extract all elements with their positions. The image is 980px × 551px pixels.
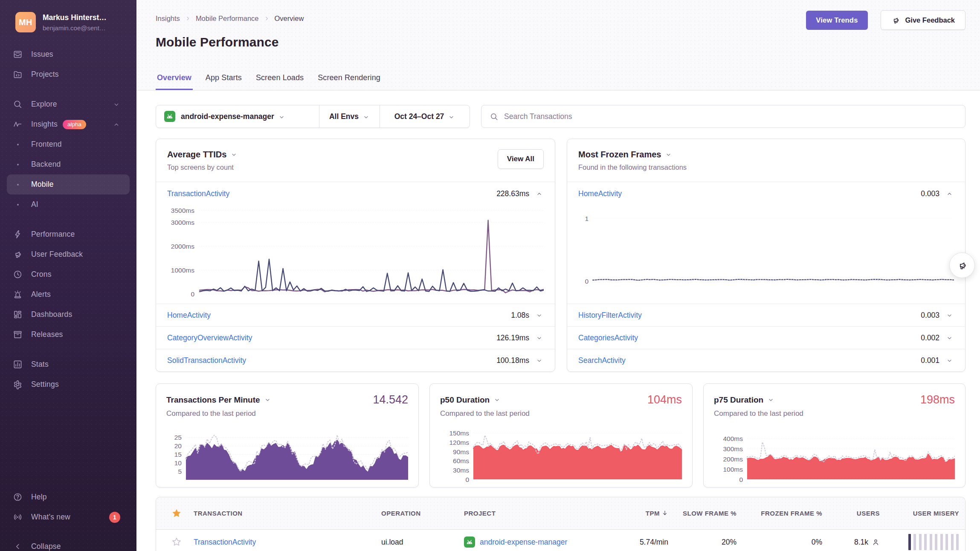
sidebar-item-insights[interactable]: Insightsalpha (7, 114, 130, 134)
accordion-row-header[interactable]: HistoryFilterActivity 0.003 (567, 304, 965, 326)
sidebar-item-mobile[interactable]: Mobile (7, 174, 130, 194)
chevron-down-icon[interactable] (536, 312, 543, 319)
transaction-link[interactable]: SolidTransactionActivity (167, 356, 246, 365)
sidebar-item-backend[interactable]: Backend (7, 154, 130, 174)
sidebar-item-performance[interactable]: Performance (7, 224, 130, 244)
chevron-down-icon[interactable] (946, 334, 953, 342)
chevron-down-icon[interactable] (230, 151, 238, 158)
accordion-row-header[interactable]: CategoriesActivity 0.002 (567, 327, 965, 349)
transaction-link[interactable]: SearchActivity (578, 356, 626, 365)
col-transaction[interactable]: TRANSACTION (188, 510, 376, 517)
sidebar-item-projects[interactable]: Projects (7, 64, 130, 84)
project-filter[interactable]: android-expense-manager (156, 105, 319, 128)
col-operation[interactable]: OPERATION (376, 510, 458, 517)
sidebar-item-explore[interactable]: Explore (7, 94, 130, 114)
sidebar-item-crons[interactable]: Crons (7, 264, 130, 284)
transaction-link[interactable]: TransactionActivity (167, 189, 229, 198)
panel-title: Most Frozen Frames (578, 150, 661, 160)
sidebar-item-whats-new[interactable]: What's new1 (7, 507, 130, 527)
ttid-row-expanded: TransactionActivity 228.63ms 01000ms2000… (156, 182, 555, 304)
user-menu[interactable]: MH Markus Hinterst… benjamin.coe@sent… (0, 0, 136, 32)
chevron-down-icon[interactable] (946, 312, 953, 319)
sidebar-item-releases[interactable]: Releases (7, 325, 130, 345)
chevron-down-icon[interactable] (767, 396, 774, 403)
col-tpm[interactable]: TPM (610, 510, 674, 517)
card-subtitle: Compared to the last period (166, 409, 408, 418)
panel-most-frozen-frames: Most Frozen Frames Found in the followin… (567, 139, 966, 372)
sidebar-item-stats[interactable]: Stats (7, 354, 130, 374)
sidebar-item-ai[interactable]: AI (7, 194, 130, 215)
chevron-down-icon[interactable] (264, 396, 271, 403)
sidebar-item-frontend[interactable]: Frontend (7, 134, 130, 154)
accordion-row-header[interactable]: CategoryOverviewActivity 126.19ms (156, 327, 555, 349)
card-title: p50 Duration (440, 395, 490, 405)
svg-text:2000ms: 2000ms (171, 243, 194, 250)
content: android-expense-manager All Envs Oct 24–… (136, 105, 980, 551)
svg-text:300ms: 300ms (723, 445, 743, 452)
accordion-row-header[interactable]: HomeActivity 0.003 (567, 182, 965, 206)
chevron-up-icon[interactable] (946, 190, 953, 197)
chevron-down-icon[interactable] (536, 357, 543, 364)
breadcrumb-mobile-performance[interactable]: Mobile Performance (196, 14, 259, 23)
transaction-link[interactable]: HistoryFilterActivity (578, 311, 642, 320)
sidebar-item-alerts[interactable]: Alerts (7, 284, 130, 304)
chevron-up-icon[interactable] (536, 190, 543, 197)
view-trends-button[interactable]: View Trends (806, 11, 867, 30)
bullet-icon (13, 204, 23, 206)
feedback-fab[interactable] (949, 252, 975, 278)
sidebar-item-collapse[interactable]: Collapse (7, 536, 130, 551)
card-p75: p75 Duration 198ms Compared to the last … (703, 383, 966, 487)
transaction-link[interactable]: CategoriesActivity (578, 334, 638, 342)
tab-screen-rendering[interactable]: Screen Rendering (316, 73, 382, 90)
chevron-down-icon[interactable] (493, 396, 501, 403)
sidebar-item-help[interactable]: Help (7, 487, 130, 507)
panel-average-ttids: Average TTIDs Top screens by count View … (156, 139, 555, 372)
breadcrumb-insights[interactable]: Insights (156, 14, 180, 23)
card-tpm: Transactions Per Minute 14.542 Compared … (156, 383, 419, 487)
chevron-down-icon (113, 101, 120, 108)
transaction-link[interactable]: HomeActivity (578, 189, 622, 198)
transaction-link[interactable]: CategoryOverviewActivity (167, 334, 252, 342)
bullet-icon (13, 184, 23, 186)
tab-app-starts[interactable]: App Starts (204, 73, 243, 90)
cell-tpm: 5.74/min (610, 538, 674, 547)
chevron-down-icon[interactable] (946, 357, 953, 364)
transaction-link[interactable]: HomeActivity (167, 311, 211, 320)
sidebar-item-settings[interactable]: Settings (7, 374, 130, 394)
search-box (481, 105, 966, 128)
sort-descending-icon (660, 510, 668, 517)
svg-text:15: 15 (174, 451, 182, 458)
accordion-row-header[interactable]: HomeActivity 1.08s (156, 304, 555, 326)
date-range-filter[interactable]: Oct 24–Oct 27 (380, 105, 470, 128)
sidebar-item-issues[interactable]: Issues (7, 44, 130, 64)
star-toggle[interactable] (156, 537, 188, 547)
accordion-row-header[interactable]: SolidTransactionActivity 100.18ms (156, 349, 555, 371)
col-users[interactable]: USERS (828, 510, 886, 517)
search-input[interactable] (504, 112, 957, 121)
tab-overview[interactable]: Overview (156, 73, 193, 90)
row-value: 228.63ms (496, 189, 529, 198)
environment-filter[interactable]: All Envs (319, 105, 380, 128)
panel-subtitle: Found in the following transactions (578, 163, 954, 171)
tab-screen-loads[interactable]: Screen Loads (255, 73, 305, 90)
chevron-down-icon[interactable] (665, 151, 672, 158)
frozen-row: HistoryFilterActivity 0.003 (567, 304, 965, 326)
svg-text:0: 0 (739, 476, 743, 483)
col-project[interactable]: PROJECT (458, 510, 610, 517)
sidebar-item-user-feedback[interactable]: User Feedback (7, 244, 130, 264)
col-user-misery[interactable]: USER MISERY (886, 510, 965, 517)
view-all-button[interactable]: View All (498, 149, 544, 169)
settings-icon (13, 380, 23, 389)
ttid-row: HomeActivity 1.08s (156, 304, 555, 326)
star-column-header[interactable] (156, 508, 188, 519)
row-value: 0.003 (921, 311, 939, 320)
col-slow-frame[interactable]: SLOW FRAME % (674, 510, 742, 517)
give-feedback-button[interactable]: Give Feedback (881, 10, 966, 30)
user-email: benjamin.coe@sent… (43, 24, 107, 32)
accordion-row-header[interactable]: TransactionActivity 228.63ms (156, 182, 555, 206)
accordion-row-header[interactable]: SearchActivity 0.001 (567, 349, 965, 371)
insights-icon (13, 119, 23, 129)
chevron-down-icon[interactable] (536, 334, 543, 342)
sidebar-item-dashboards[interactable]: Dashboards (7, 304, 130, 325)
col-frozen-frame[interactable]: FROZEN FRAME % (742, 510, 828, 517)
